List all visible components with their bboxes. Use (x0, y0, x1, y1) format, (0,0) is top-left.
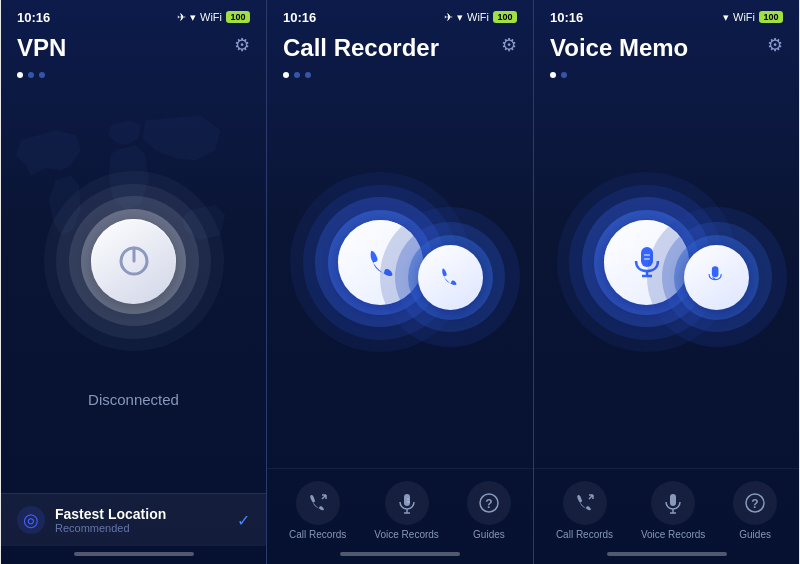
settings-button[interactable]: ⚙ (501, 34, 517, 56)
secondary-button[interactable] (418, 245, 483, 310)
guides-label: Guides (473, 529, 505, 540)
battery-indicator: 100 (759, 11, 783, 23)
status-bar: 10:16 ✈ ▾ WiFi 100 (267, 0, 533, 30)
call-records-icon (296, 481, 340, 525)
guides-label: Guides (739, 529, 771, 540)
button-group (280, 177, 520, 377)
location-bar[interactable]: ◎ Fastest Location Recommended ✓ (1, 493, 266, 546)
nav-call-records[interactable]: Call Records (556, 481, 613, 540)
dot-1 (550, 72, 556, 78)
svg-text:?: ? (485, 497, 492, 511)
phones-container: 10:16 ✈ ▾ WiFi 100 VPN ⚙ (0, 0, 800, 564)
phone-header: VPN ⚙ (1, 30, 266, 70)
call-records-svg (307, 492, 329, 514)
status-icons: ✈ ▾ WiFi 100 (444, 11, 517, 24)
secondary-button-container (380, 207, 520, 347)
mini-ring-outer (647, 207, 787, 347)
call-records-icon (563, 481, 607, 525)
signal-icon: WiFi (467, 11, 489, 23)
phone-vpn: 10:16 ✈ ▾ WiFi 100 VPN ⚙ (1, 0, 267, 564)
main-content (534, 86, 799, 468)
signal-icon: WiFi (733, 11, 755, 23)
wifi-icon: ▾ (457, 11, 463, 24)
svg-rect-2 (404, 494, 410, 506)
location-text: Fastest Location Recommended (55, 506, 227, 534)
dot-3 (305, 72, 311, 78)
voice-records-icon (385, 481, 429, 525)
home-indicator (340, 552, 460, 556)
svg-text:?: ? (751, 497, 758, 511)
nav-voice-records[interactable]: Voice Records (641, 481, 705, 540)
svg-rect-14 (670, 494, 676, 506)
dot-2 (561, 72, 567, 78)
voice-records-svg (662, 492, 684, 514)
secondary-button-container (647, 207, 787, 347)
location-icon: ◎ (17, 506, 45, 534)
voice-records-label: Voice Records (374, 529, 438, 540)
connection-status: Disconnected (88, 391, 179, 408)
airplane-icon: ✈ (444, 11, 453, 24)
svg-rect-12 (711, 266, 718, 277)
battery-indicator: 100 (493, 11, 517, 23)
app-title: Voice Memo (550, 34, 688, 62)
nav-guides[interactable]: ? Guides (467, 481, 511, 540)
bottom-nav: Call Records Voice Records (534, 468, 799, 546)
dot-2 (28, 72, 34, 78)
guides-icon: ? (733, 481, 777, 525)
phone-secondary-icon (436, 263, 464, 291)
status-bar: 10:16 ✈ ▾ WiFi 100 (1, 0, 266, 30)
guides-svg: ? (478, 492, 500, 514)
page-dots (534, 70, 799, 86)
page-dots (267, 70, 533, 86)
settings-button[interactable]: ⚙ (234, 34, 250, 56)
secondary-button[interactable] (684, 245, 749, 310)
status-time: 10:16 (283, 10, 316, 25)
home-indicator (607, 552, 727, 556)
wifi-icon: ▾ (190, 11, 196, 24)
voice-records-icon (651, 481, 695, 525)
airplane-icon: ✈ (177, 11, 186, 24)
vpn-power-button[interactable] (91, 219, 176, 304)
location-sub: Recommended (55, 522, 227, 534)
main-content: Disconnected (1, 86, 266, 493)
phone-header: Voice Memo ⚙ (534, 30, 799, 70)
dot-2 (294, 72, 300, 78)
call-records-svg (574, 492, 596, 514)
status-time: 10:16 (550, 10, 583, 25)
guides-icon: ? (467, 481, 511, 525)
wifi-icon: ▾ (723, 11, 729, 24)
app-title: VPN (17, 34, 66, 62)
phone-header: Call Recorder ⚙ (267, 30, 533, 70)
bottom-nav: Call Records Voice Records (267, 468, 533, 546)
app-title: Call Recorder (283, 34, 439, 62)
dot-1 (17, 72, 23, 78)
power-icon (116, 243, 152, 279)
call-records-label: Call Records (556, 529, 613, 540)
call-records-label: Call Records (289, 529, 346, 540)
voice-records-svg (396, 492, 418, 514)
voice-records-label: Voice Records (641, 529, 705, 540)
check-icon: ✓ (237, 511, 250, 530)
settings-button[interactable]: ⚙ (767, 34, 783, 56)
home-indicator (74, 552, 194, 556)
dot-1 (283, 72, 289, 78)
location-name: Fastest Location (55, 506, 227, 522)
battery-indicator: 100 (226, 11, 250, 23)
nav-guides[interactable]: ? Guides (733, 481, 777, 540)
phone-call-recorder: 10:16 ✈ ▾ WiFi 100 Call Recorder ⚙ (267, 0, 533, 564)
main-content (267, 86, 533, 468)
status-bar: 10:16 ▾ WiFi 100 (534, 0, 799, 30)
dot-3 (39, 72, 45, 78)
nav-voice-records[interactable]: Voice Records (374, 481, 438, 540)
button-group (547, 177, 787, 377)
status-icons: ▾ WiFi 100 (723, 11, 783, 24)
mini-ring-outer (380, 207, 520, 347)
signal-icon: WiFi (200, 11, 222, 23)
status-time: 10:16 (17, 10, 50, 25)
mic-secondary-icon (703, 263, 731, 291)
nav-call-records[interactable]: Call Records (289, 481, 346, 540)
status-icons: ✈ ▾ WiFi 100 (177, 11, 250, 24)
vpn-power-button-container (44, 171, 224, 351)
guides-svg: ? (744, 492, 766, 514)
phone-voice-memo: 10:16 ▾ WiFi 100 Voice Memo ⚙ (533, 0, 799, 564)
